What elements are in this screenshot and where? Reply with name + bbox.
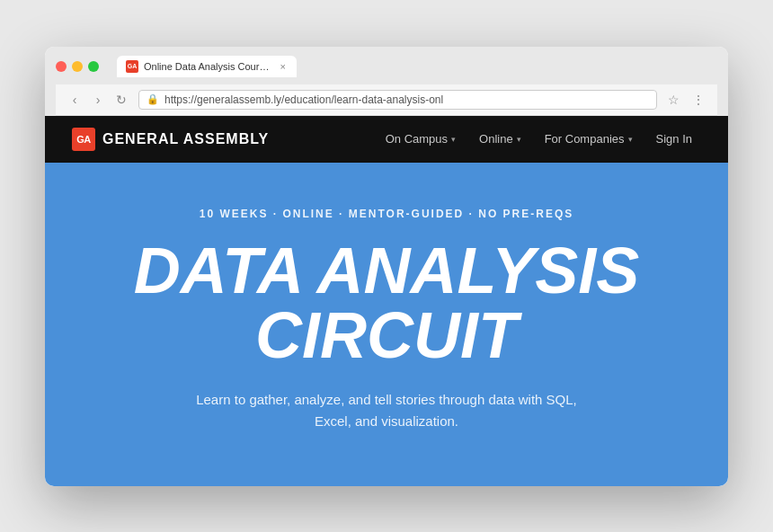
nav-links: On Campus ▾ Online ▾ For Companies ▾ Sig… xyxy=(377,127,701,151)
browser-chrome: GA Online Data Analysis Course × × ‹ › ↻ xyxy=(45,47,728,116)
hero-section: 10 WEEKS · ONLINE · MENTOR-GUIDED · NO P… xyxy=(45,163,728,486)
toolbar-actions: ☆ ⋮ xyxy=(664,91,708,109)
nav-item-online[interactable]: Online ▾ xyxy=(470,127,530,151)
close-window-button[interactable] xyxy=(56,61,67,72)
site-nav: GA GENERAL ASSEMBLY On Campus ▾ Online ▾… xyxy=(45,116,728,163)
minimize-window-button[interactable] xyxy=(72,61,83,72)
forward-button[interactable]: › xyxy=(88,90,108,110)
hero-subtitle: 10 WEEKS · ONLINE · MENTOR-GUIDED · NO P… xyxy=(200,208,573,220)
title-bar: GA Online Data Analysis Course × × xyxy=(56,56,717,77)
chevron-down-icon: ▾ xyxy=(628,135,633,144)
browser-tab[interactable]: GA Online Data Analysis Course × × xyxy=(117,56,297,77)
nav-item-sign-in[interactable]: Sign In xyxy=(647,127,701,151)
lock-icon: 🔒 xyxy=(147,93,159,105)
chevron-down-icon: ▾ xyxy=(451,135,456,144)
address-bar[interactable]: 🔒 https://generalassemb.ly/education/lea… xyxy=(138,90,657,110)
nav-item-for-companies[interactable]: For Companies ▾ xyxy=(536,127,642,151)
maximize-window-button[interactable] xyxy=(88,61,99,72)
hero-title: DATA ANALYSIS CIRCUIT xyxy=(134,238,640,368)
tab-title: Online Data Analysis Course × xyxy=(144,61,271,72)
back-button[interactable]: ‹ xyxy=(65,90,84,110)
tabs-bar: GA Online Data Analysis Course × × xyxy=(117,56,717,77)
url-text: https://generalassemb.ly/education/learn… xyxy=(164,93,443,106)
tab-close-button[interactable]: × xyxy=(280,61,286,72)
browser-window: GA Online Data Analysis Course × × ‹ › ↻ xyxy=(45,47,728,486)
bookmark-button[interactable]: ☆ xyxy=(664,91,683,109)
nav-buttons: ‹ › ↻ xyxy=(65,90,131,110)
logo-text: GENERAL ASSEMBLY xyxy=(102,131,269,147)
chevron-down-icon: ▾ xyxy=(517,135,521,144)
refresh-button[interactable]: ↻ xyxy=(111,90,131,110)
website-content: GA GENERAL ASSEMBLY On Campus ▾ Online ▾… xyxy=(45,116,728,486)
menu-button[interactable]: ⋮ xyxy=(689,91,708,109)
hero-description: Learn to gather, analyze, and tell stori… xyxy=(189,389,584,432)
site-logo[interactable]: GA GENERAL ASSEMBLY xyxy=(72,128,269,151)
tab-favicon: GA xyxy=(126,60,138,73)
traffic-lights xyxy=(56,61,99,72)
browser-toolbar: ‹ › ↻ 🔒 https://generalassemb.ly/educati… xyxy=(56,84,717,116)
logo-badge: GA xyxy=(72,128,95,151)
nav-item-on-campus[interactable]: On Campus ▾ xyxy=(377,127,465,151)
